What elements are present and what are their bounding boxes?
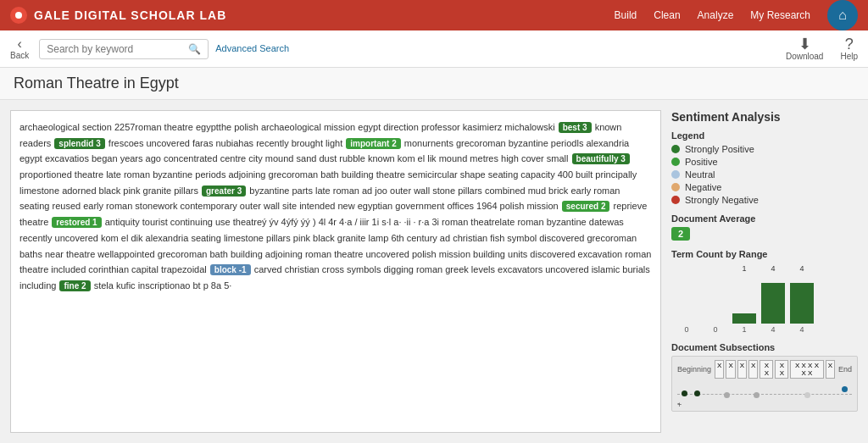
strongly-negative-dot [671, 196, 680, 204]
text-panel: archaeological section 2257roman theatre… [10, 110, 661, 433]
legend-section: Legend Strongly Positive Positive Neutra… [671, 130, 858, 205]
logo: GALE DIGITAL SCHOLAR LAB [10, 7, 226, 24]
bar-label-4: 4 [799, 325, 804, 334]
tag-fine: fine 2 [59, 280, 90, 291]
back-button[interactable]: ‹ Back [10, 37, 29, 60]
sub-dot-3 [724, 392, 730, 398]
bar-col-0: 0 [675, 324, 698, 334]
sub-dot-2 [694, 390, 700, 396]
main-content: archaeological section 2257roman theatre… [0, 100, 868, 443]
bar-num-3: 4 [761, 264, 785, 273]
sub-dot-1 [682, 390, 687, 396]
doc-avg-title: Document Average [671, 213, 858, 224]
nav-my-research[interactable]: My Research [750, 9, 810, 21]
legend-strongly-negative-label: Strongly Negative [685, 195, 759, 205]
bar-2 [732, 313, 756, 324]
back-label: Back [10, 51, 29, 60]
legend-neutral-label: Neutral [685, 169, 715, 180]
tag-important: important 2 [346, 138, 400, 149]
text-body: frescoes uncovered faras nubiahas recent… [106, 138, 346, 148]
sub-dot-6 [842, 386, 848, 392]
bar-col-1: 0 [704, 324, 727, 334]
doc-avg-badge: 2 [671, 227, 690, 241]
home-button[interactable]: ⌂ [827, 0, 858, 30]
doc-sub-title: Document Subsections [671, 342, 858, 352]
bar-label-1: 0 [713, 325, 717, 334]
tag-restored: restored 1 [52, 217, 101, 228]
sub-box-2: X [726, 360, 735, 379]
tag-best: best 3 [559, 122, 592, 133]
bar-3 [761, 283, 785, 324]
bar-num-0 [675, 264, 698, 273]
nav-analyze[interactable]: Analyze [698, 9, 734, 21]
bar-numbers-top: 1 4 4 [671, 264, 858, 273]
sub-box-7: X X X X X X [790, 360, 823, 379]
toolbar: ‹ Back 🔍 Advanced Search ⬇ Download ? He… [0, 30, 868, 68]
neutral-dot [671, 170, 680, 179]
help-icon: ? [845, 36, 854, 52]
tag-beautifully: beautifully 3 [572, 153, 630, 164]
search-input[interactable] [47, 43, 188, 55]
sub-box-6: X X [775, 360, 788, 379]
bar-4 [790, 283, 814, 324]
download-icon: ⬇ [798, 36, 811, 52]
page-title: Roman Theatre in Egypt [14, 75, 854, 92]
bar-chart-inner: 0 0 1 4 [675, 283, 814, 334]
bar-col-2: 1 [732, 313, 756, 334]
sub-box-3: X [737, 360, 747, 379]
sub-end-label: End [838, 365, 852, 374]
nav-build[interactable]: Build [615, 9, 637, 21]
sub-minus-label: - [677, 399, 680, 407]
search-box: 🔍 [39, 39, 209, 59]
bar-chart: 0 0 1 4 [671, 274, 858, 334]
bar-col-4: 4 [790, 283, 814, 334]
sentiment-title: Sentiment Analysis [671, 110, 858, 124]
legend-positive: Positive [671, 157, 858, 167]
main-nav: Build Clean Analyze My Research ⌂ [615, 0, 858, 30]
app-title: GALE DIGITAL SCHOLAR LAB [34, 8, 226, 22]
legend-strongly-positive: Strongly Positive [671, 144, 858, 154]
nav-clean[interactable]: Clean [654, 9, 680, 21]
legend-title: Legend [671, 130, 858, 141]
page-title-bar: Roman Theatre in Egypt [0, 68, 868, 100]
bar-label-2: 1 [742, 325, 746, 334]
tag-block: block -1 [210, 264, 251, 275]
app-header: GALE DIGITAL SCHOLAR LAB Build Clean Ana… [0, 0, 868, 30]
sub-boxes: X X X X X X X X X X X X X X X [715, 360, 835, 379]
legend-neutral: Neutral [671, 169, 858, 180]
search-icon: 🔍 [188, 43, 201, 55]
sub-box-4: X [748, 360, 758, 379]
sub-label-row: Beginning X X X X X X X X X X X X X X X … [677, 360, 852, 379]
bar-label-0: 0 [684, 325, 688, 334]
back-arrow-icon: ‹ [17, 37, 21, 51]
sub-dots-row: + - [677, 382, 852, 407]
text-body: archaeological section 2257roman theatre… [19, 122, 558, 132]
help-button[interactable]: ? Help [840, 36, 858, 61]
sub-box-8: X [826, 360, 835, 379]
strongly-positive-dot [671, 145, 680, 153]
bar-num-1 [704, 264, 727, 273]
download-button[interactable]: ⬇ Download [786, 36, 823, 61]
logo-circle [10, 7, 27, 24]
doc-subsections: Document Subsections Beginning X X X X X… [671, 342, 858, 412]
negative-dot [671, 183, 680, 191]
home-icon: ⌂ [838, 8, 847, 23]
bar-label-3: 4 [771, 325, 775, 334]
sub-dot-4 [754, 392, 760, 398]
bar-col-3: 4 [761, 283, 785, 334]
bar-chart-wrapper: 1 4 4 0 0 [671, 264, 858, 334]
tag-greater: greater 3 [202, 186, 246, 197]
legend-negative: Negative [671, 182, 858, 192]
sub-track: Beginning X X X X X X X X X X X X X X X … [671, 356, 858, 412]
legend-positive-label: Positive [685, 157, 718, 167]
tag-splendid: splendid 3 [54, 138, 104, 149]
sentiment-panel: Sentiment Analysis Legend Strongly Posit… [671, 110, 858, 433]
legend-strongly-positive-label: Strongly Positive [685, 144, 754, 154]
positive-dot [671, 158, 680, 166]
sub-dot-5 [804, 392, 810, 398]
legend-strongly-negative: Strongly Negative [671, 195, 858, 205]
advanced-search-link[interactable]: Advanced Search [215, 42, 289, 54]
term-count-section: Term Count by Range 1 4 4 0 [671, 249, 858, 334]
sub-box-1: X [715, 360, 724, 379]
logo-dot [15, 12, 22, 19]
